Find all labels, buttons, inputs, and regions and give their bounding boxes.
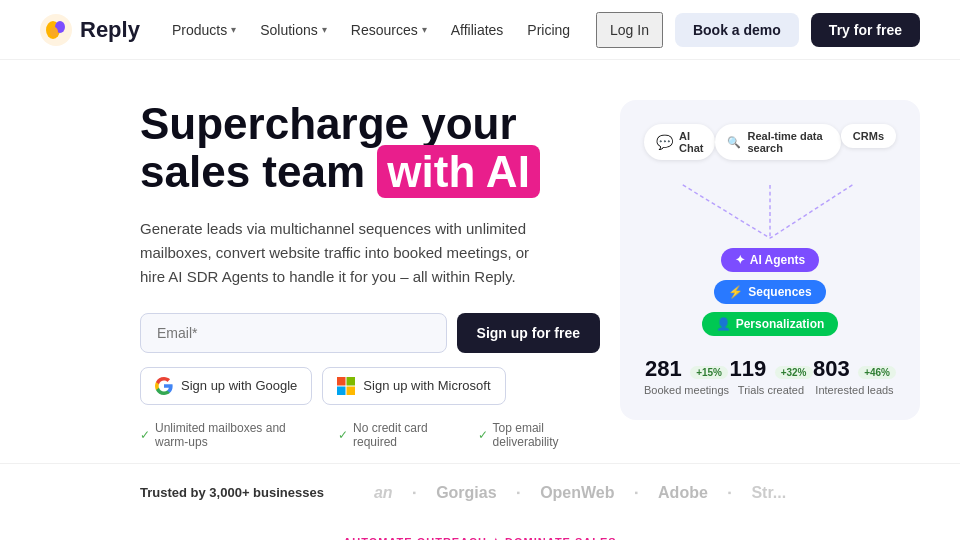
book-demo-button[interactable]: Book a demo	[675, 13, 799, 47]
visual-tags: ✦ AI Agents ⚡ Sequences 👤 Personalizatio…	[644, 248, 896, 336]
logo-text: Reply	[80, 17, 140, 43]
nav-menu: Products ▾ Solutions ▾ Resources ▾ Affil…	[172, 22, 570, 38]
check-icon: ✓	[140, 428, 150, 442]
trust-item-mailboxes: ✓ Unlimited mailboxes and warm-ups	[140, 421, 322, 449]
hero-section: Supercharge your sales team with AI Gene…	[0, 60, 960, 449]
stat-badge: +32%	[775, 366, 813, 379]
svg-rect-4	[337, 377, 346, 386]
logo-icon	[40, 14, 72, 46]
sequence-icon: ⚡	[728, 285, 743, 299]
trust-item-deliverability: ✓ Top email deliverability	[478, 421, 600, 449]
stat-badge: +15%	[690, 366, 728, 379]
trusted-logos: an ▪ Gorgias ▪ OpenWeb ▪ Adobe ▪ Str...	[354, 484, 806, 502]
navbar: Reply Products ▾ Solutions ▾ Resources ▾…	[0, 0, 960, 60]
sequences-tag: ⚡ Sequences	[714, 280, 825, 304]
email-row: Sign up for free	[140, 313, 600, 353]
visual-stats: 281 +15% Booked meetings 119 +32% Trials…	[644, 356, 896, 396]
stat-trials-created: 119 +32% Trials created	[729, 356, 812, 396]
trust-badges: ✓ Unlimited mailboxes and warm-ups ✓ No …	[140, 421, 600, 449]
connecting-lines	[644, 184, 896, 244]
trusted-logo-adobe: Adobe	[638, 484, 728, 502]
svg-rect-7	[347, 386, 356, 395]
trusted-logo-str: Str...	[731, 484, 806, 502]
hero-content: Supercharge your sales team with AI Gene…	[140, 100, 600, 449]
nav-pricing[interactable]: Pricing	[527, 22, 570, 38]
nav-products[interactable]: Products ▾	[172, 22, 236, 38]
signup-free-button[interactable]: Sign up for free	[457, 313, 600, 353]
trusted-label: Trusted by 3,000+ businesses	[140, 485, 324, 500]
chevron-down-icon: ▾	[322, 24, 327, 35]
realtime-search-chip: 🔍 Real-time data search	[715, 124, 840, 160]
personalization-tag: 👤 Personalization	[702, 312, 839, 336]
stat-interested-leads: 803 +46% Interested leads	[813, 356, 896, 396]
chevron-down-icon: ▾	[422, 24, 427, 35]
crm-chip: CRMs	[841, 124, 896, 148]
nav-affiliates[interactable]: Affiliates	[451, 22, 504, 38]
trust-item-no-card: ✓ No credit card required	[338, 421, 462, 449]
nav-solutions[interactable]: Solutions ▾	[260, 22, 327, 38]
hero-highlight: with AI	[377, 145, 540, 198]
person-icon: 👤	[716, 317, 731, 331]
automate-label: AUTOMATE OUTREACH ✦ DOMINATE SALES	[40, 536, 920, 540]
nav-actions: Log In Book a demo Try for free	[596, 12, 920, 48]
check-icon: ✓	[338, 428, 348, 442]
trusted-logo-openweb: OpenWeb	[520, 484, 634, 502]
trusted-section: Trusted by 3,000+ businesses an ▪ Gorgia…	[0, 463, 960, 502]
trusted-logo-an: an	[354, 484, 413, 502]
stat-booked-meetings: 281 +15% Booked meetings	[644, 356, 729, 396]
visual-chips: 💬 AI Chat 🔍 Real-time data search CRMs	[644, 124, 896, 160]
logo[interactable]: Reply	[40, 14, 140, 46]
microsoft-signup-button[interactable]: Sign up with Microsoft	[322, 367, 505, 405]
ai-icon: ✦	[735, 253, 745, 267]
ai-chat-chip: 💬 AI Chat	[644, 124, 715, 160]
nav-resources[interactable]: Resources ▾	[351, 22, 427, 38]
chat-icon: 💬	[656, 134, 673, 150]
svg-line-8	[683, 185, 770, 238]
google-signup-button[interactable]: Sign up with Google	[140, 367, 312, 405]
google-icon	[155, 377, 173, 395]
search-icon: 🔍	[727, 136, 741, 149]
email-field[interactable]	[140, 313, 447, 353]
social-buttons: Sign up with Google Sign up with Microso…	[140, 367, 600, 405]
check-icon: ✓	[478, 428, 488, 442]
hero-description: Generate leads via multichannel sequence…	[140, 217, 540, 289]
svg-rect-5	[347, 377, 356, 386]
stat-badge: +46%	[858, 366, 896, 379]
chevron-down-icon: ▾	[231, 24, 236, 35]
svg-point-3	[50, 27, 58, 37]
try-free-button[interactable]: Try for free	[811, 13, 920, 47]
svg-line-10	[770, 185, 852, 238]
microsoft-icon	[337, 377, 355, 395]
hero-title: Supercharge your sales team with AI	[140, 100, 600, 197]
bottom-section: AUTOMATE OUTREACH ✦ DOMINATE SALES Next …	[0, 518, 960, 540]
ai-agents-tag: ✦ AI Agents	[721, 248, 820, 272]
trusted-logo-gorgias: Gorgias	[416, 484, 516, 502]
hero-visual: 💬 AI Chat 🔍 Real-time data search CRMs ✦…	[620, 100, 920, 420]
svg-rect-6	[337, 386, 346, 395]
login-button[interactable]: Log In	[596, 12, 663, 48]
